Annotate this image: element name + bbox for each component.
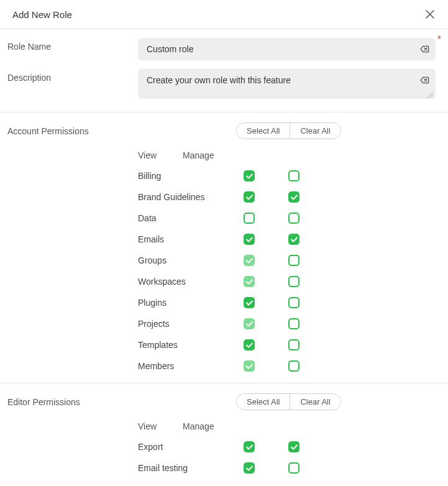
permissions-section: Editor PermissionsSelect AllClear AllVie… bbox=[0, 383, 448, 485]
checkbox-checked[interactable] bbox=[244, 276, 255, 287]
permission-row: Emails bbox=[7, 234, 436, 245]
modal-title: Add New Role bbox=[12, 9, 72, 20]
view-cell bbox=[244, 255, 288, 266]
permission-label: Members bbox=[138, 361, 244, 371]
permission-label: Brand Guidelines bbox=[138, 192, 244, 202]
add-role-modal: Add New Role Role Name * Description bbox=[0, 0, 448, 485]
permissions-section: Account PermissionsSelect AllClear AllVi… bbox=[0, 112, 448, 383]
description-row: Description bbox=[0, 60, 448, 112]
role-name-row: Role Name * bbox=[0, 29, 448, 60]
clear-all-button[interactable]: Clear All bbox=[290, 394, 340, 410]
select-clear-group: Select AllClear All bbox=[236, 122, 341, 139]
select-all-button[interactable]: Select All bbox=[237, 394, 290, 410]
view-cell bbox=[244, 276, 288, 287]
permission-row: Templates bbox=[7, 339, 436, 351]
column-manage: Manage bbox=[183, 150, 227, 160]
permission-label: Export bbox=[138, 442, 244, 452]
description-input[interactable] bbox=[138, 69, 436, 99]
permissions-columns-head: ViewManage bbox=[7, 421, 436, 431]
checkbox-unchecked[interactable] bbox=[288, 318, 299, 329]
clear-input-icon[interactable] bbox=[419, 44, 429, 56]
permission-row: Groups bbox=[7, 255, 436, 266]
manage-cell bbox=[288, 318, 333, 329]
checkbox-checked[interactable] bbox=[244, 234, 255, 245]
checkbox-unchecked[interactable] bbox=[288, 213, 299, 224]
column-manage: Manage bbox=[183, 421, 227, 431]
select-all-button[interactable]: Select All bbox=[237, 123, 290, 139]
checkbox-checked[interactable] bbox=[288, 191, 299, 203]
checkbox-checked[interactable] bbox=[244, 297, 255, 308]
permission-label: Plugins bbox=[138, 298, 244, 308]
checkbox-checked[interactable] bbox=[244, 318, 255, 329]
description-input-wrap bbox=[138, 69, 436, 101]
manage-cell bbox=[288, 276, 333, 287]
manage-cell bbox=[288, 462, 333, 474]
manage-cell bbox=[288, 234, 333, 245]
section-title: Account Permissions bbox=[7, 126, 236, 136]
view-cell bbox=[244, 234, 288, 245]
checkbox-unchecked[interactable] bbox=[244, 213, 255, 224]
required-asterisk: * bbox=[437, 34, 441, 45]
clear-textarea-icon[interactable] bbox=[419, 75, 429, 87]
manage-cell bbox=[288, 441, 333, 452]
permission-row: Projects bbox=[7, 318, 436, 329]
permission-label: Emails bbox=[138, 234, 244, 244]
permission-row: Export bbox=[7, 441, 436, 452]
checkbox-checked[interactable] bbox=[244, 170, 255, 181]
view-cell bbox=[244, 462, 288, 474]
clear-all-button[interactable]: Clear All bbox=[290, 123, 340, 139]
column-view: View bbox=[138, 150, 183, 160]
view-cell bbox=[244, 318, 288, 329]
role-name-label: Role Name bbox=[7, 38, 138, 52]
checkbox-unchecked[interactable] bbox=[288, 255, 299, 266]
checkbox-unchecked[interactable] bbox=[288, 339, 299, 351]
checkbox-checked[interactable] bbox=[244, 339, 255, 351]
permission-label: Workspaces bbox=[138, 277, 244, 287]
select-clear-group: Select AllClear All bbox=[236, 393, 341, 410]
checkbox-unchecked[interactable] bbox=[288, 276, 299, 287]
view-cell bbox=[244, 441, 288, 452]
checkbox-unchecked[interactable] bbox=[288, 170, 299, 181]
checkbox-checked[interactable] bbox=[244, 255, 255, 266]
view-cell bbox=[244, 297, 288, 308]
permission-row: Email testing bbox=[7, 462, 436, 474]
permission-label: Templates bbox=[138, 340, 244, 350]
role-name-input[interactable] bbox=[138, 38, 436, 60]
permission-label: Projects bbox=[138, 319, 244, 329]
manage-cell bbox=[288, 213, 333, 224]
manage-cell bbox=[288, 339, 333, 351]
checkbox-unchecked[interactable] bbox=[288, 297, 299, 308]
role-name-input-wrap: * bbox=[138, 38, 436, 60]
view-cell bbox=[244, 360, 288, 372]
checkbox-checked[interactable] bbox=[288, 441, 299, 452]
manage-cell bbox=[288, 360, 333, 372]
column-view: View bbox=[138, 421, 183, 431]
section-head: Account PermissionsSelect AllClear All bbox=[7, 122, 436, 139]
description-label: Description bbox=[7, 69, 138, 83]
checkbox-checked[interactable] bbox=[244, 462, 255, 474]
permission-row: Plugins bbox=[7, 297, 436, 308]
permission-row: Workspaces bbox=[7, 276, 436, 287]
permission-row: Data bbox=[7, 213, 436, 224]
view-cell bbox=[244, 191, 288, 203]
modal-body: Role Name * Description Account bbox=[0, 29, 448, 485]
view-cell bbox=[244, 170, 288, 181]
checkbox-checked[interactable] bbox=[288, 234, 299, 245]
permission-row: Billing bbox=[7, 170, 436, 181]
checkbox-checked[interactable] bbox=[244, 441, 255, 452]
manage-cell bbox=[288, 297, 333, 308]
checkbox-unchecked[interactable] bbox=[288, 462, 299, 474]
manage-cell bbox=[288, 255, 333, 266]
permission-label: Billing bbox=[138, 171, 244, 181]
close-icon[interactable] bbox=[424, 9, 436, 20]
manage-cell bbox=[288, 191, 333, 203]
checkbox-checked[interactable] bbox=[244, 191, 255, 203]
permission-label: Groups bbox=[138, 255, 244, 265]
manage-cell bbox=[288, 170, 333, 181]
permission-row: Members bbox=[7, 360, 436, 372]
permissions-columns-head: ViewManage bbox=[7, 150, 436, 160]
checkbox-checked[interactable] bbox=[244, 360, 255, 372]
checkbox-unchecked[interactable] bbox=[288, 360, 299, 372]
permission-label: Email testing bbox=[138, 463, 244, 473]
permission-row: Brand Guidelines bbox=[7, 191, 436, 203]
